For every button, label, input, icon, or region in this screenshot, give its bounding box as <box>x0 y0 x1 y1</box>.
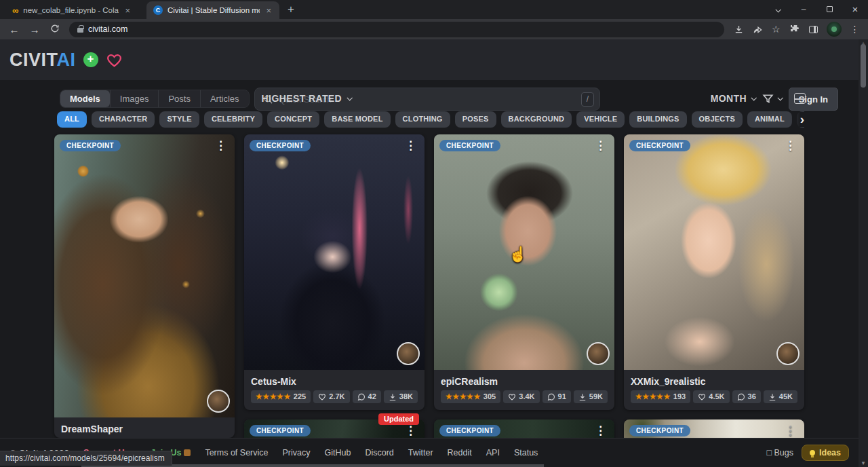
scrollbar-down-icon[interactable]: ▾ <box>859 460 868 466</box>
footer-link-api[interactable]: API <box>486 448 500 457</box>
tab-images[interactable]: Images <box>110 90 159 107</box>
chip-celebrity[interactable]: CELEBRITY <box>204 111 262 128</box>
chip-all[interactable]: ALL <box>57 111 87 128</box>
download-icon <box>389 393 397 401</box>
tab-colab[interactable]: ∞ new_colab_file.ipynb - Colaborat × <box>5 1 138 19</box>
checkpoint-badge[interactable]: CHECKPOINT <box>60 140 121 151</box>
share-icon[interactable] <box>753 24 763 35</box>
footer-link-status[interactable]: Status <box>514 448 538 457</box>
footer-link-discord[interactable]: Discord <box>365 448 393 457</box>
address-bar[interactable]: civitai.com <box>69 22 724 37</box>
tab-close-icon[interactable]: × <box>123 5 132 16</box>
address-url[interactable]: civitai.com <box>88 24 127 34</box>
chevron-down-icon <box>751 95 756 100</box>
tab-models[interactable]: Models <box>60 90 110 107</box>
checkpoint-badge[interactable]: CHECKPOINT <box>439 425 500 436</box>
tab-posts[interactable]: Posts <box>158 90 200 107</box>
tab-civitai[interactable]: C Civitai | Stable Diffusion models. × <box>146 1 279 19</box>
bugs-button[interactable]: □ Bugs <box>766 448 793 457</box>
rating-count: 225 <box>294 392 306 401</box>
creator-avatar[interactable] <box>587 342 610 365</box>
comments-count: 42 <box>368 392 376 401</box>
checkpoint-badge[interactable]: CHECKPOINT <box>250 425 311 436</box>
creator-avatar[interactable] <box>397 342 420 365</box>
category-filter-row: ALL CHARACTER STYLE CELEBRITY CONCEPT BA… <box>57 111 804 128</box>
chip-vehicle[interactable]: VEHICLE <box>576 111 625 128</box>
scrollbar-thumb[interactable] <box>861 44 866 88</box>
checkpoint-badge[interactable]: CHECKPOINT <box>250 140 311 151</box>
footer-link-terms[interactable]: Terms of Service <box>205 448 268 457</box>
window-restore-button[interactable] <box>816 0 842 19</box>
chips-scroll-right-icon[interactable]: › <box>791 112 804 127</box>
tab-search-icon[interactable] <box>765 0 791 19</box>
download-page-icon[interactable] <box>734 24 744 35</box>
tab-articles[interactable]: Articles <box>200 90 249 107</box>
ideas-button[interactable]: Ideas <box>802 445 849 461</box>
card-menu-icon[interactable]: ⋮ <box>401 137 420 154</box>
bookmark-star-icon[interactable]: ☆ <box>772 24 781 35</box>
chip-objects[interactable]: OBJECTS <box>692 111 743 128</box>
model-card-cetus-mix[interactable]: CHECKPOINT ⋮ Cetus-Mix ★★★★★225 2.7K 42 … <box>244 134 425 410</box>
chevron-down-icon[interactable] <box>777 95 783 100</box>
chip-concept[interactable]: CONCEPT <box>267 111 319 128</box>
chip-background[interactable]: BACKGROUND <box>501 111 572 128</box>
new-tab-button[interactable]: + <box>279 3 304 19</box>
card-menu-icon[interactable]: ⋮ <box>781 137 800 154</box>
period-dropdown[interactable]: MONTH <box>711 93 755 104</box>
browser-menu-icon[interactable]: ⋮ <box>850 24 860 35</box>
vertical-scrollbar[interactable]: ▴ ▾ <box>859 39 868 467</box>
model-card-xxmix[interactable]: CHECKPOINT ⋮ XXMix_9realistic ★★★★★193 4… <box>624 134 804 410</box>
colab-favicon-icon: ∞ <box>12 5 18 16</box>
card-menu-icon[interactable]: ⋮ <box>781 422 800 439</box>
card-menu-icon[interactable]: ⋮ <box>591 137 610 154</box>
side-panel-icon[interactable] <box>809 26 818 33</box>
footer-link-twitter[interactable]: Twitter <box>408 448 433 457</box>
footer-link-github[interactable]: GitHub <box>325 448 351 457</box>
checkpoint-badge[interactable]: CHECKPOINT <box>629 140 690 151</box>
chip-clothing[interactable]: CLOTHING <box>395 111 450 128</box>
chip-buildings[interactable]: BUILDINGS <box>629 111 686 128</box>
chip-character[interactable]: CHARACTER <box>92 111 155 128</box>
downloads-pill: 59K <box>574 390 608 403</box>
heart-icon <box>508 393 516 401</box>
chip-base-model[interactable]: BASE MODEL <box>324 111 390 128</box>
forward-button[interactable]: → <box>26 24 43 35</box>
filter-funnel-icon[interactable] <box>762 93 774 105</box>
comments-pill: 36 <box>732 390 761 403</box>
creator-avatar[interactable] <box>207 390 230 413</box>
rating-pill: ★★★★★225 <box>251 390 311 403</box>
chip-style[interactable]: STYLE <box>159 111 199 128</box>
chip-poses[interactable]: POSES <box>455 111 496 128</box>
back-button[interactable]: ← <box>5 24 23 35</box>
checkpoint-badge[interactable]: CHECKPOINT <box>629 425 690 436</box>
sort-dropdown[interactable]: HIGHEST RATED <box>262 93 352 104</box>
likes-pill: 4.5K <box>693 390 729 403</box>
window-close-button[interactable]: × <box>842 0 868 19</box>
civitai-logo[interactable]: CIVITAI <box>9 50 76 71</box>
checkpoint-badge[interactable]: CHECKPOINT <box>439 140 500 151</box>
window-controls: – × <box>765 0 868 19</box>
lock-icon <box>77 28 83 33</box>
model-stats: ★★★★★193 4.5K 36 45K <box>624 390 804 410</box>
favorites-heart-icon[interactable] <box>106 52 123 68</box>
tab-close-icon[interactable]: × <box>264 5 273 16</box>
creator-avatar[interactable] <box>776 342 800 365</box>
model-card-dreamshaper[interactable]: CHECKPOINT ⋮ DreamShaper <box>54 134 235 438</box>
browser-profile-avatar[interactable] <box>827 22 842 37</box>
chip-animal[interactable]: ANIMAL <box>747 111 792 128</box>
extensions-puzzle-icon[interactable] <box>789 24 800 35</box>
reload-button[interactable] <box>46 24 64 35</box>
model-card-epicrealism[interactable]: CHECKPOINT ⋮ epiCRealism ★★★★★305 3.4K 9… <box>434 134 614 410</box>
model-title: Cetus-Mix <box>244 370 425 390</box>
card-menu-icon[interactable]: ⋮ <box>211 137 231 154</box>
upload-plus-button[interactable]: + <box>83 52 98 67</box>
comment-icon <box>547 393 555 401</box>
footer-link-reddit[interactable]: Reddit <box>448 448 472 457</box>
footer-link-privacy[interactable]: Privacy <box>283 448 311 457</box>
rating-pill: ★★★★★193 <box>631 390 690 403</box>
comment-icon <box>357 393 366 401</box>
card-menu-icon[interactable]: ⋮ <box>591 422 610 439</box>
window-minimize-button[interactable]: – <box>791 0 816 19</box>
browser-toolbar: ← → civitai.com ☆ ⋮ <box>0 19 868 39</box>
layout-toggle-icon[interactable] <box>794 93 806 104</box>
